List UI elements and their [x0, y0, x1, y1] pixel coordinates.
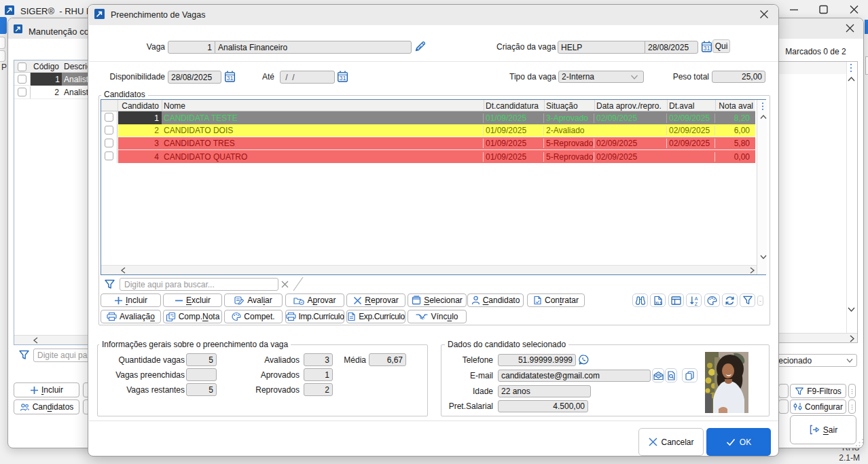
svg-text:31: 31: [703, 45, 710, 52]
svg-text:31: 31: [339, 75, 346, 82]
svg-text:A: A: [694, 296, 698, 301]
svg-text:XLS: XLS: [655, 301, 662, 305]
svg-text:31: 31: [226, 75, 233, 82]
svg-text:Z: Z: [694, 301, 698, 306]
